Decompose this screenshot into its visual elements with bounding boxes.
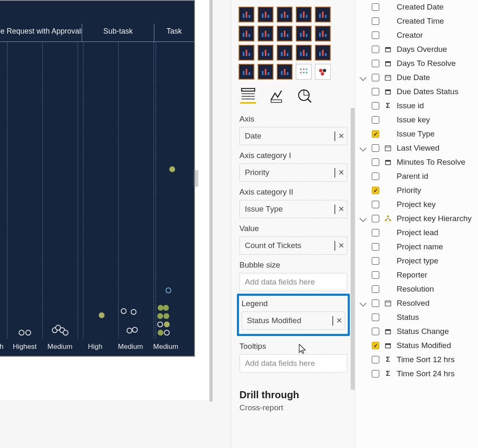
field-item[interactable]: Project type: [355, 254, 478, 268]
field-checkbox[interactable]: [372, 88, 379, 95]
field-checkbox[interactable]: [372, 243, 379, 251]
value-well[interactable]: Count of Tickets ✕: [239, 236, 347, 255]
field-checkbox[interactable]: [372, 187, 379, 194]
tooltips-well[interactable]: Add data fields here: [239, 354, 347, 373]
field-item[interactable]: Status Modified: [355, 338, 478, 353]
viz-type-thumb[interactable]: [258, 26, 273, 41]
field-checkbox[interactable]: [372, 356, 379, 363]
resize-handle-right[interactable]: [193, 170, 198, 187]
field-item[interactable]: ΣIssue id: [355, 99, 478, 113]
field-item[interactable]: Status: [355, 310, 478, 324]
field-checkbox[interactable]: [372, 32, 379, 39]
viz-type-thumb[interactable]: [296, 7, 312, 22]
data-point[interactable]: [131, 309, 137, 315]
data-point[interactable]: [157, 313, 163, 319]
viz-type-thumb[interactable]: [296, 64, 312, 80]
analytics-tab-icon[interactable]: [297, 88, 312, 104]
field-checkbox[interactable]: [372, 102, 379, 110]
field-checkbox[interactable]: [372, 370, 379, 377]
viz-type-thumb[interactable]: [239, 26, 254, 41]
data-point[interactable]: [99, 312, 105, 318]
data-point[interactable]: [157, 321, 163, 327]
data-point[interactable]: [169, 166, 175, 172]
viz-type-thumb[interactable]: [258, 7, 273, 22]
field-checkbox[interactable]: [372, 74, 379, 81]
field-item[interactable]: ΣTime Sort 24 hrs: [355, 367, 478, 381]
legend-well[interactable]: Status Modified ✕: [241, 312, 345, 330]
viz-type-thumb[interactable]: [258, 45, 273, 61]
field-item[interactable]: Days To Resolve: [355, 56, 478, 71]
data-point[interactable]: [25, 330, 31, 336]
field-item[interactable]: Priority: [355, 183, 478, 197]
data-point[interactable]: [158, 330, 163, 336]
viz-type-thumb[interactable]: [315, 7, 331, 22]
fields-tab-icon[interactable]: [240, 88, 256, 104]
axis-cat1-well[interactable]: Priority ✕: [239, 163, 347, 182]
field-item[interactable]: Parent id: [355, 169, 478, 183]
chevron-down-icon[interactable]: [334, 205, 335, 214]
chevron-down-icon[interactable]: [332, 316, 333, 325]
field-item[interactable]: Last Viewed: [355, 141, 478, 155]
report-canvas[interactable]: ice Request with ApprovalsSub-taskTask J…: [0, 0, 211, 400]
data-point[interactable]: [63, 330, 68, 336]
remove-icon[interactable]: ✕: [338, 205, 344, 214]
expand-icon[interactable]: [358, 301, 368, 306]
field-item[interactable]: Creator: [355, 28, 478, 42]
format-tab-icon[interactable]: [268, 88, 284, 104]
canvas-resize-bar[interactable]: [209, 0, 212, 402]
field-checkbox[interactable]: [372, 144, 379, 152]
field-item[interactable]: Created Date: [355, 0, 478, 14]
bubble-chart-visual[interactable]: ice Request with ApprovalsSub-taskTask J…: [0, 0, 195, 357]
data-point[interactable]: [164, 330, 170, 336]
field-checkbox[interactable]: [372, 46, 379, 53]
data-point[interactable]: [163, 305, 169, 311]
field-checkbox[interactable]: [372, 3, 379, 11]
field-item[interactable]: Status Change: [355, 324, 478, 338]
field-item[interactable]: Minutes To Resolve: [355, 155, 478, 169]
data-point[interactable]: [163, 313, 169, 319]
data-point[interactable]: [19, 330, 24, 336]
expand-icon[interactable]: [358, 216, 368, 221]
field-checkbox[interactable]: [372, 60, 379, 67]
viz-type-thumb[interactable]: [277, 64, 293, 80]
field-checkbox[interactable]: [372, 116, 379, 124]
data-point[interactable]: [158, 305, 163, 311]
viz-type-thumb[interactable]: [315, 45, 331, 61]
data-point[interactable]: [132, 327, 138, 333]
data-point[interactable]: [121, 308, 127, 314]
viz-type-thumb[interactable]: [277, 45, 293, 61]
field-item[interactable]: Issue key: [355, 113, 478, 127]
field-checkbox[interactable]: [372, 201, 379, 208]
field-item[interactable]: ΣTime Sort 12 hrs: [355, 353, 478, 367]
field-checkbox[interactable]: [372, 173, 379, 180]
field-item[interactable]: Resolved: [355, 296, 478, 310]
field-checkbox[interactable]: [372, 285, 379, 293]
remove-icon[interactable]: ✕: [336, 316, 342, 325]
field-item[interactable]: Reporter: [355, 268, 478, 282]
data-point[interactable]: [127, 328, 132, 334]
field-checkbox[interactable]: [372, 130, 379, 138]
viz-type-thumb[interactable]: [315, 64, 331, 80]
field-item[interactable]: Project lead: [355, 226, 478, 240]
viz-type-thumb[interactable]: [296, 45, 312, 61]
viz-type-thumb[interactable]: [315, 26, 331, 41]
field-item[interactable]: Due Date: [355, 71, 478, 85]
remove-icon[interactable]: ✕: [338, 168, 344, 177]
viz-type-thumb[interactable]: [239, 64, 254, 80]
field-item[interactable]: Days Overdue: [355, 42, 478, 56]
remove-icon[interactable]: ✕: [338, 241, 344, 250]
field-checkbox[interactable]: [372, 257, 379, 265]
field-checkbox[interactable]: [372, 342, 379, 349]
field-checkbox[interactable]: [372, 229, 379, 236]
field-checkbox[interactable]: [372, 314, 379, 321]
field-item[interactable]: Resolution: [355, 282, 478, 296]
field-checkbox[interactable]: [372, 299, 379, 307]
data-point[interactable]: [164, 321, 170, 327]
viz-type-thumb[interactable]: [277, 7, 293, 22]
field-item[interactable]: Project name: [355, 240, 478, 254]
expand-icon[interactable]: [358, 146, 368, 151]
chevron-down-icon[interactable]: [334, 241, 335, 250]
field-checkbox[interactable]: [372, 158, 379, 166]
field-checkbox[interactable]: [372, 271, 379, 279]
field-item[interactable]: Due Dates Status: [355, 85, 478, 99]
